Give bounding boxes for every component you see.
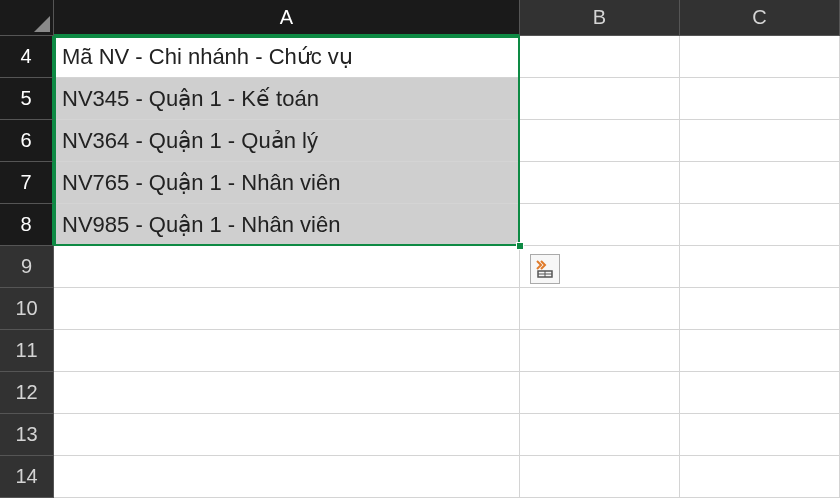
row: 11 bbox=[0, 330, 840, 372]
cell-C12[interactable] bbox=[680, 372, 840, 414]
select-all-corner[interactable] bbox=[0, 0, 54, 36]
row: 10 bbox=[0, 288, 840, 330]
cell-B8[interactable] bbox=[520, 204, 680, 246]
row: 6 NV364 - Quận 1 - Quản lý bbox=[0, 120, 840, 162]
row: 4 Mã NV - Chi nhánh - Chức vụ bbox=[0, 36, 840, 78]
row-header[interactable]: 9 bbox=[0, 246, 54, 288]
cell-A13[interactable] bbox=[54, 414, 520, 456]
row: 14 bbox=[0, 456, 840, 498]
autofill-options-icon bbox=[534, 258, 556, 280]
cell-C13[interactable] bbox=[680, 414, 840, 456]
cell-B13[interactable] bbox=[520, 414, 680, 456]
cell-A9[interactable] bbox=[54, 246, 520, 288]
column-header-C[interactable]: C bbox=[680, 0, 840, 36]
row-header[interactable]: 8 bbox=[0, 204, 54, 246]
cell-B11[interactable] bbox=[520, 330, 680, 372]
svg-marker-0 bbox=[34, 16, 50, 32]
cell-A6[interactable]: NV364 - Quận 1 - Quản lý bbox=[54, 120, 520, 162]
cell-C6[interactable] bbox=[680, 120, 840, 162]
row: 8 NV985 - Quận 1 - Nhân viên bbox=[0, 204, 840, 246]
row: 9 bbox=[0, 246, 840, 288]
cell-A11[interactable] bbox=[54, 330, 520, 372]
cell-C8[interactable] bbox=[680, 204, 840, 246]
row-header[interactable]: 14 bbox=[0, 456, 54, 498]
cell-A7[interactable]: NV765 - Quận 1 - Nhân viên bbox=[54, 162, 520, 204]
cell-B14[interactable] bbox=[520, 456, 680, 498]
spreadsheet-grid: A B C 4 Mã NV - Chi nhánh - Chức vụ 5 NV… bbox=[0, 0, 840, 500]
row-header[interactable]: 4 bbox=[0, 36, 54, 78]
cell-B7[interactable] bbox=[520, 162, 680, 204]
cell-A14[interactable] bbox=[54, 456, 520, 498]
row-header[interactable]: 12 bbox=[0, 372, 54, 414]
row-header[interactable]: 10 bbox=[0, 288, 54, 330]
row-header[interactable]: 6 bbox=[0, 120, 54, 162]
cell-A8[interactable]: NV985 - Quận 1 - Nhân viên bbox=[54, 204, 520, 246]
cell-A4[interactable]: Mã NV - Chi nhánh - Chức vụ bbox=[54, 36, 520, 78]
cell-A5[interactable]: NV345 - Quận 1 - Kế toán bbox=[54, 78, 520, 120]
cell-B5[interactable] bbox=[520, 78, 680, 120]
cell-C9[interactable] bbox=[680, 246, 840, 288]
row-header[interactable]: 11 bbox=[0, 330, 54, 372]
cell-C4[interactable] bbox=[680, 36, 840, 78]
cell-B6[interactable] bbox=[520, 120, 680, 162]
row: 5 NV345 - Quận 1 - Kế toán bbox=[0, 78, 840, 120]
cell-A10[interactable] bbox=[54, 288, 520, 330]
column-header-B[interactable]: B bbox=[520, 0, 680, 36]
cell-B10[interactable] bbox=[520, 288, 680, 330]
cell-C7[interactable] bbox=[680, 162, 840, 204]
column-header-row: A B C bbox=[0, 0, 840, 36]
cell-A12[interactable] bbox=[54, 372, 520, 414]
select-all-triangle-icon bbox=[34, 16, 50, 32]
column-header-A[interactable]: A bbox=[54, 0, 520, 36]
cell-C11[interactable] bbox=[680, 330, 840, 372]
cell-B12[interactable] bbox=[520, 372, 680, 414]
cell-C5[interactable] bbox=[680, 78, 840, 120]
cell-B4[interactable] bbox=[520, 36, 680, 78]
row-header[interactable]: 5 bbox=[0, 78, 54, 120]
row-header[interactable]: 13 bbox=[0, 414, 54, 456]
row-header[interactable]: 7 bbox=[0, 162, 54, 204]
row: 13 bbox=[0, 414, 840, 456]
cell-C10[interactable] bbox=[680, 288, 840, 330]
row: 12 bbox=[0, 372, 840, 414]
row: 7 NV765 - Quận 1 - Nhân viên bbox=[0, 162, 840, 204]
autofill-options-button[interactable] bbox=[530, 254, 560, 284]
cell-C14[interactable] bbox=[680, 456, 840, 498]
